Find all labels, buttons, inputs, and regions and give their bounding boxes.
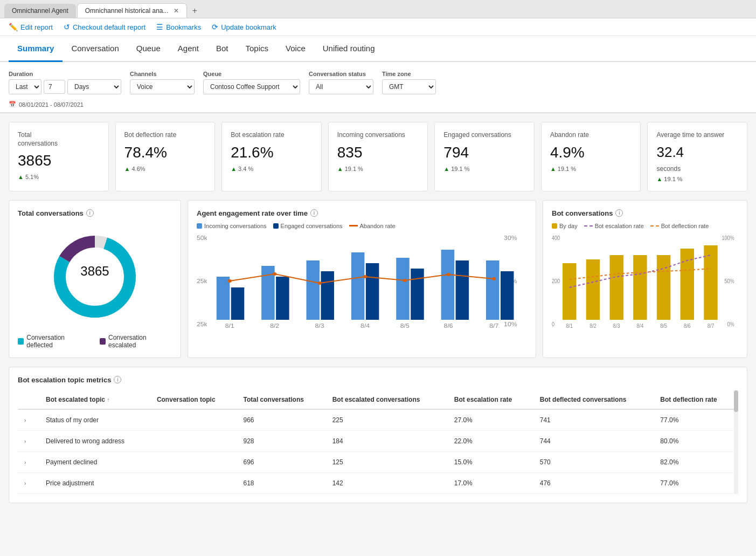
svg-text:3865: 3865 — [80, 264, 109, 278]
tab-omnichannel-historical[interactable]: Omnichannel historical ana... ✕ — [77, 3, 187, 18]
bookmarks-button[interactable]: ☰ Bookmarks — [156, 23, 201, 31]
browser-tabs: Omnichannel Agent Omnichannel historical… — [0, 0, 756, 18]
up-arrow-icon: ▲ — [18, 174, 24, 180]
svg-text:100%: 100% — [722, 235, 734, 241]
bot-esc-rate-column-header: Bot escalation rate — [448, 390, 533, 409]
sort-icon[interactable]: ↑ — [107, 397, 109, 403]
cell-bot-esc-rate: 15.0% — [448, 451, 533, 472]
svg-rect-13 — [276, 277, 289, 320]
tab-voice[interactable]: Voice — [277, 36, 314, 62]
row-expand-icon[interactable]: › — [24, 417, 26, 423]
row-expand-icon[interactable]: › — [24, 438, 26, 444]
tab-queue[interactable]: Queue — [128, 36, 169, 62]
nav-tabs: Summary Conversation Queue Agent Bot Top… — [0, 36, 756, 62]
info-icon[interactable]: i — [86, 209, 94, 217]
donut-chart-svg: 3865 — [46, 228, 143, 325]
bookmarks-icon: ☰ — [156, 23, 163, 31]
svg-point-29 — [446, 273, 450, 276]
cell-conv-topic — [150, 430, 237, 451]
checkout-default-button[interactable]: ↺ Checkout default report — [64, 23, 145, 31]
date-range: 📅 08/01/2021 - 08/07/2021 — [0, 99, 756, 113]
cell-bot-defl-conv: 476 — [533, 472, 654, 493]
cell-conv-topic — [150, 472, 237, 493]
svg-rect-20 — [441, 250, 455, 320]
tab-omnichannel-agent[interactable]: Omnichannel Agent — [4, 4, 76, 18]
conv-status-select[interactable]: All — [309, 79, 373, 94]
tab-topics[interactable]: Topics — [237, 36, 278, 62]
up-arrow-icon: ▲ — [337, 166, 343, 172]
info-icon[interactable]: i — [310, 209, 318, 217]
svg-rect-47 — [633, 255, 647, 320]
svg-rect-18 — [396, 258, 410, 320]
svg-text:8/4: 8/4 — [360, 323, 370, 329]
queue-select[interactable]: Contoso Coffee Support — [203, 79, 300, 94]
duration-value-input[interactable] — [44, 80, 65, 94]
svg-text:8/7: 8/7 — [708, 322, 715, 329]
table-row: › Payment declined 696 125 15.0% 570 82.… — [18, 451, 738, 472]
svg-text:50k: 50k — [197, 235, 207, 241]
cell-bot-defl-conv: 744 — [533, 430, 654, 451]
svg-text:8/5: 8/5 — [660, 322, 667, 329]
engagement-chart-svg: 50k 25k 25k 30% 20% 10% — [197, 234, 527, 331]
row-expand-icon[interactable]: › — [24, 459, 26, 465]
cell-bot-esc-conv: 142 — [326, 472, 448, 493]
topic-column-header[interactable]: Bot escalated topic ↑ — [39, 390, 150, 409]
svg-rect-11 — [231, 287, 245, 320]
cell-topic: Price adjustment — [39, 472, 150, 493]
kpi-abandon-rate: Abandon rate 4.9% ▲ 19.1 % — [541, 122, 641, 191]
tab-agent[interactable]: Agent — [169, 36, 207, 62]
info-icon[interactable]: i — [114, 376, 121, 383]
info-icon[interactable]: i — [615, 209, 623, 217]
legend-bot-defl-rate: Bot deflection rate — [650, 223, 709, 229]
charts-row: Total conversations i 3865 Conversation … — [0, 200, 756, 367]
cell-topic: Status of my order — [39, 409, 150, 431]
update-icon: ⟳ — [212, 23, 218, 31]
svg-point-25 — [273, 272, 276, 276]
kpi-avg-time-to-answer: Average time to answer 32.4 seconds ▲ 19… — [647, 122, 747, 191]
timezone-select[interactable]: GMT — [382, 79, 436, 94]
kpi-engaged-conversations: Engaged conversations 794 ▲ 19.1 % — [434, 122, 535, 191]
tab-unified-routing[interactable]: Unified routing — [314, 36, 384, 62]
scrollbar-thumb[interactable] — [734, 390, 738, 412]
duration-prefix-select[interactable]: Last — [9, 79, 41, 94]
svg-rect-15 — [321, 271, 334, 320]
add-tab-button[interactable]: + — [188, 4, 202, 18]
kpi-bot-deflection-rate: Bot deflection rate 78.4% ▲ 4.6% — [115, 122, 216, 191]
svg-rect-22 — [486, 260, 500, 320]
cell-total-conv: 618 — [237, 472, 325, 493]
refresh-icon: ↺ — [64, 23, 70, 31]
up-arrow-icon: ▲ — [656, 176, 662, 182]
svg-text:8/2: 8/2 — [270, 323, 279, 329]
svg-text:50%: 50% — [725, 278, 735, 284]
svg-text:8/1: 8/1 — [566, 322, 573, 329]
svg-point-27 — [363, 275, 367, 278]
bot-escalation-table: Bot escalation topic metrics i Bot escal… — [9, 367, 747, 503]
svg-text:8/6: 8/6 — [684, 322, 691, 329]
svg-text:0: 0 — [552, 321, 554, 327]
cell-conv-topic — [150, 451, 237, 472]
row-expand-icon[interactable]: › — [24, 481, 26, 486]
total-conversations-chart: Total conversations i 3865 Conversation … — [9, 200, 181, 358]
close-tab-icon[interactable]: ✕ — [174, 7, 179, 15]
tab-bot[interactable]: Bot — [207, 36, 237, 62]
tab-summary[interactable]: Summary — [9, 36, 63, 62]
kpi-incoming-conversations: Incoming conversations 835 ▲ 19.1 % — [328, 122, 428, 191]
duration-unit-select[interactable]: Days — [67, 79, 121, 94]
channels-filter: Channels Voice — [130, 71, 195, 94]
bot-esc-conv-column-header: Bot escalated conversations — [326, 390, 448, 409]
update-bookmark-button[interactable]: ⟳ Update bookmark — [212, 23, 276, 31]
svg-text:8/5: 8/5 — [400, 323, 410, 329]
channels-select[interactable]: Voice — [130, 79, 195, 94]
total-conv-column-header: Total conversations — [237, 390, 325, 409]
svg-text:8/1: 8/1 — [225, 323, 234, 329]
svg-text:200: 200 — [552, 278, 560, 284]
toolbar: ✏️ Edit report ↺ Checkout default report… — [0, 18, 756, 36]
cell-bot-defl-rate: 77.0% — [654, 472, 738, 493]
up-arrow-icon: ▲ — [443, 166, 449, 172]
tab-conversation[interactable]: Conversation — [63, 36, 127, 62]
edit-report-button[interactable]: ✏️ Edit report — [9, 23, 53, 31]
table-row: › Price adjustment 618 142 17.0% 476 77.… — [18, 472, 738, 493]
svg-text:0%: 0% — [727, 321, 735, 327]
cell-bot-defl-rate: 82.0% — [654, 451, 738, 472]
svg-rect-14 — [307, 260, 320, 320]
